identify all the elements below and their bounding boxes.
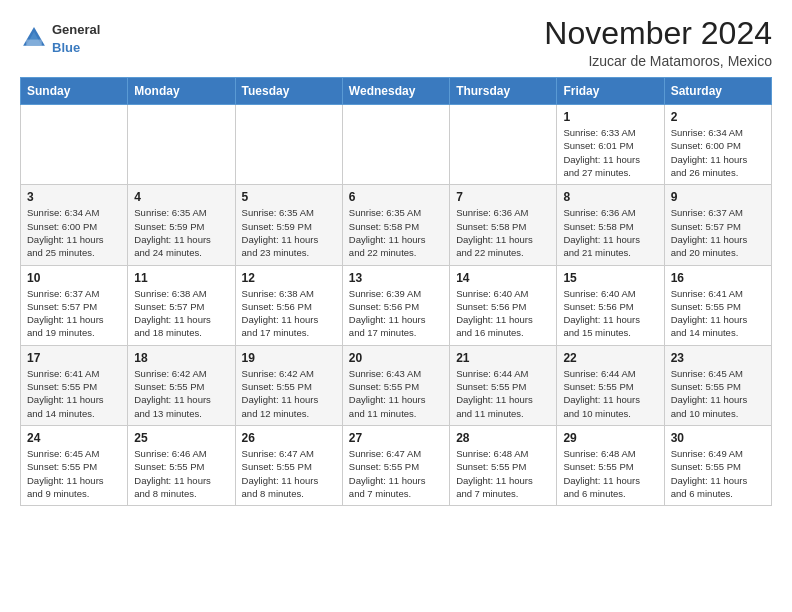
day-number: 2: [671, 110, 765, 124]
cell-2-5: 15Sunrise: 6:40 AM Sunset: 5:56 PM Dayli…: [557, 265, 664, 345]
day-number: 7: [456, 190, 550, 204]
day-info: Sunrise: 6:35 AM Sunset: 5:59 PM Dayligh…: [134, 206, 228, 259]
col-wednesday: Wednesday: [342, 78, 449, 105]
week-row-1: 1Sunrise: 6:33 AM Sunset: 6:01 PM Daylig…: [21, 105, 772, 185]
calendar-table: Sunday Monday Tuesday Wednesday Thursday…: [20, 77, 772, 506]
cell-3-3: 20Sunrise: 6:43 AM Sunset: 5:55 PM Dayli…: [342, 345, 449, 425]
logo-blue-text: Blue: [52, 40, 80, 55]
col-saturday: Saturday: [664, 78, 771, 105]
cell-2-3: 13Sunrise: 6:39 AM Sunset: 5:56 PM Dayli…: [342, 265, 449, 345]
day-info: Sunrise: 6:35 AM Sunset: 5:59 PM Dayligh…: [242, 206, 336, 259]
cell-4-5: 29Sunrise: 6:48 AM Sunset: 5:55 PM Dayli…: [557, 425, 664, 505]
header-row-days: Sunday Monday Tuesday Wednesday Thursday…: [21, 78, 772, 105]
cell-2-0: 10Sunrise: 6:37 AM Sunset: 5:57 PM Dayli…: [21, 265, 128, 345]
day-number: 13: [349, 271, 443, 285]
day-number: 21: [456, 351, 550, 365]
day-info: Sunrise: 6:42 AM Sunset: 5:55 PM Dayligh…: [134, 367, 228, 420]
week-row-5: 24Sunrise: 6:45 AM Sunset: 5:55 PM Dayli…: [21, 425, 772, 505]
cell-4-1: 25Sunrise: 6:46 AM Sunset: 5:55 PM Dayli…: [128, 425, 235, 505]
day-info: Sunrise: 6:47 AM Sunset: 5:55 PM Dayligh…: [242, 447, 336, 500]
col-sunday: Sunday: [21, 78, 128, 105]
day-number: 11: [134, 271, 228, 285]
day-info: Sunrise: 6:36 AM Sunset: 5:58 PM Dayligh…: [456, 206, 550, 259]
cell-0-5: 1Sunrise: 6:33 AM Sunset: 6:01 PM Daylig…: [557, 105, 664, 185]
day-info: Sunrise: 6:41 AM Sunset: 5:55 PM Dayligh…: [671, 287, 765, 340]
day-info: Sunrise: 6:47 AM Sunset: 5:55 PM Dayligh…: [349, 447, 443, 500]
title-block: November 2024 Izucar de Matamoros, Mexic…: [544, 16, 772, 69]
cell-3-0: 17Sunrise: 6:41 AM Sunset: 5:55 PM Dayli…: [21, 345, 128, 425]
cell-2-2: 12Sunrise: 6:38 AM Sunset: 5:56 PM Dayli…: [235, 265, 342, 345]
cell-3-1: 18Sunrise: 6:42 AM Sunset: 5:55 PM Dayli…: [128, 345, 235, 425]
day-number: 23: [671, 351, 765, 365]
logo-general: General: [52, 20, 100, 38]
cell-2-4: 14Sunrise: 6:40 AM Sunset: 5:56 PM Dayli…: [450, 265, 557, 345]
day-number: 27: [349, 431, 443, 445]
cell-1-3: 6Sunrise: 6:35 AM Sunset: 5:58 PM Daylig…: [342, 185, 449, 265]
subtitle: Izucar de Matamoros, Mexico: [544, 53, 772, 69]
col-friday: Friday: [557, 78, 664, 105]
col-monday: Monday: [128, 78, 235, 105]
cell-0-2: [235, 105, 342, 185]
day-info: Sunrise: 6:37 AM Sunset: 5:57 PM Dayligh…: [671, 206, 765, 259]
day-info: Sunrise: 6:41 AM Sunset: 5:55 PM Dayligh…: [27, 367, 121, 420]
header-row: General Blue November 2024 Izucar de Mat…: [20, 16, 772, 69]
week-row-4: 17Sunrise: 6:41 AM Sunset: 5:55 PM Dayli…: [21, 345, 772, 425]
day-info: Sunrise: 6:39 AM Sunset: 5:56 PM Dayligh…: [349, 287, 443, 340]
day-number: 10: [27, 271, 121, 285]
day-number: 14: [456, 271, 550, 285]
day-number: 6: [349, 190, 443, 204]
logo-general-text: General: [52, 22, 100, 37]
day-number: 17: [27, 351, 121, 365]
main-title: November 2024: [544, 16, 772, 51]
day-number: 3: [27, 190, 121, 204]
cell-0-6: 2Sunrise: 6:34 AM Sunset: 6:00 PM Daylig…: [664, 105, 771, 185]
day-info: Sunrise: 6:35 AM Sunset: 5:58 PM Dayligh…: [349, 206, 443, 259]
cell-3-4: 21Sunrise: 6:44 AM Sunset: 5:55 PM Dayli…: [450, 345, 557, 425]
day-info: Sunrise: 6:40 AM Sunset: 5:56 PM Dayligh…: [456, 287, 550, 340]
day-number: 25: [134, 431, 228, 445]
logo: General Blue: [20, 20, 100, 56]
day-info: Sunrise: 6:40 AM Sunset: 5:56 PM Dayligh…: [563, 287, 657, 340]
day-number: 15: [563, 271, 657, 285]
day-number: 12: [242, 271, 336, 285]
cell-4-3: 27Sunrise: 6:47 AM Sunset: 5:55 PM Dayli…: [342, 425, 449, 505]
day-info: Sunrise: 6:45 AM Sunset: 5:55 PM Dayligh…: [27, 447, 121, 500]
day-info: Sunrise: 6:38 AM Sunset: 5:56 PM Dayligh…: [242, 287, 336, 340]
day-number: 9: [671, 190, 765, 204]
cell-1-1: 4Sunrise: 6:35 AM Sunset: 5:59 PM Daylig…: [128, 185, 235, 265]
cell-4-6: 30Sunrise: 6:49 AM Sunset: 5:55 PM Dayli…: [664, 425, 771, 505]
cell-2-6: 16Sunrise: 6:41 AM Sunset: 5:55 PM Dayli…: [664, 265, 771, 345]
calendar-page: General Blue November 2024 Izucar de Mat…: [0, 0, 792, 612]
day-number: 19: [242, 351, 336, 365]
cell-4-4: 28Sunrise: 6:48 AM Sunset: 5:55 PM Dayli…: [450, 425, 557, 505]
cell-1-0: 3Sunrise: 6:34 AM Sunset: 6:00 PM Daylig…: [21, 185, 128, 265]
day-number: 5: [242, 190, 336, 204]
cell-3-6: 23Sunrise: 6:45 AM Sunset: 5:55 PM Dayli…: [664, 345, 771, 425]
day-number: 28: [456, 431, 550, 445]
cell-2-1: 11Sunrise: 6:38 AM Sunset: 5:57 PM Dayli…: [128, 265, 235, 345]
cell-1-4: 7Sunrise: 6:36 AM Sunset: 5:58 PM Daylig…: [450, 185, 557, 265]
cell-0-1: [128, 105, 235, 185]
cell-0-0: [21, 105, 128, 185]
cell-4-0: 24Sunrise: 6:45 AM Sunset: 5:55 PM Dayli…: [21, 425, 128, 505]
logo-icon: [20, 24, 48, 52]
day-info: Sunrise: 6:44 AM Sunset: 5:55 PM Dayligh…: [563, 367, 657, 420]
cell-0-3: [342, 105, 449, 185]
cell-1-2: 5Sunrise: 6:35 AM Sunset: 5:59 PM Daylig…: [235, 185, 342, 265]
logo-blue: Blue: [52, 38, 100, 56]
day-info: Sunrise: 6:37 AM Sunset: 5:57 PM Dayligh…: [27, 287, 121, 340]
day-info: Sunrise: 6:42 AM Sunset: 5:55 PM Dayligh…: [242, 367, 336, 420]
day-info: Sunrise: 6:46 AM Sunset: 5:55 PM Dayligh…: [134, 447, 228, 500]
cell-3-5: 22Sunrise: 6:44 AM Sunset: 5:55 PM Dayli…: [557, 345, 664, 425]
day-info: Sunrise: 6:33 AM Sunset: 6:01 PM Dayligh…: [563, 126, 657, 179]
week-row-3: 10Sunrise: 6:37 AM Sunset: 5:57 PM Dayli…: [21, 265, 772, 345]
day-number: 26: [242, 431, 336, 445]
svg-rect-2: [26, 40, 42, 46]
day-number: 30: [671, 431, 765, 445]
day-info: Sunrise: 6:34 AM Sunset: 6:00 PM Dayligh…: [27, 206, 121, 259]
day-number: 4: [134, 190, 228, 204]
day-number: 16: [671, 271, 765, 285]
col-thursday: Thursday: [450, 78, 557, 105]
day-info: Sunrise: 6:36 AM Sunset: 5:58 PM Dayligh…: [563, 206, 657, 259]
day-info: Sunrise: 6:43 AM Sunset: 5:55 PM Dayligh…: [349, 367, 443, 420]
